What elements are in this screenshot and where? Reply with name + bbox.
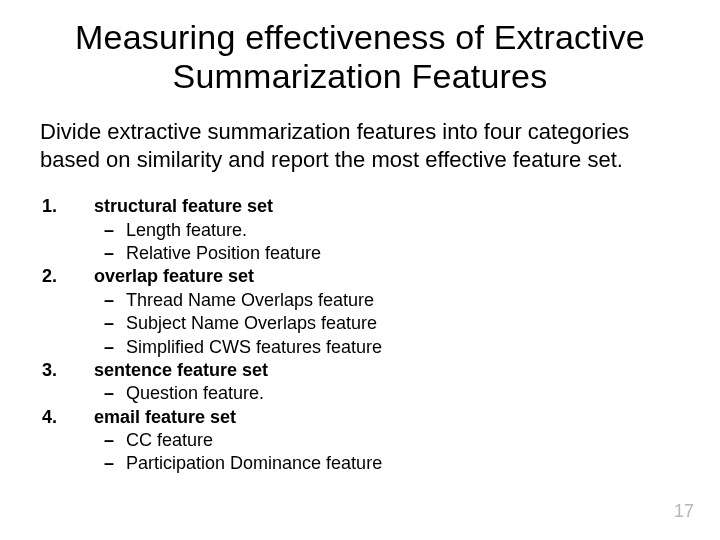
page-number: 17 — [674, 501, 694, 522]
list-item: Length feature. — [104, 219, 680, 242]
list-item: Relative Position feature — [104, 242, 680, 265]
list-item: email feature set CC feature Participati… — [40, 406, 680, 476]
slide: Measuring effectiveness of Extractive Su… — [0, 0, 720, 540]
list-item: CC feature — [104, 429, 680, 452]
category-name: email feature set — [94, 407, 236, 427]
list-item: Participation Dominance feature — [104, 452, 680, 475]
list-item: structural feature set Length feature. R… — [40, 195, 680, 265]
list-item: Thread Name Overlaps feature — [104, 289, 680, 312]
list-item: sentence feature set Question feature. — [40, 359, 680, 406]
list-item: Subject Name Overlaps feature — [104, 312, 680, 335]
category-name: structural feature set — [94, 196, 273, 216]
intro-paragraph: Divide extractive summarization features… — [40, 118, 680, 173]
sub-list: CC feature Participation Dominance featu… — [104, 429, 680, 476]
sub-list: Length feature. Relative Position featur… — [104, 219, 680, 266]
list-item: overlap feature set Thread Name Overlaps… — [40, 265, 680, 359]
category-name: overlap feature set — [94, 266, 254, 286]
slide-title: Measuring effectiveness of Extractive Su… — [50, 18, 670, 96]
list-item: Question feature. — [104, 382, 680, 405]
list-item: Simplified CWS features feature — [104, 336, 680, 359]
category-name: sentence feature set — [94, 360, 268, 380]
sub-list: Question feature. — [104, 382, 680, 405]
category-list: structural feature set Length feature. R… — [40, 195, 680, 476]
sub-list: Thread Name Overlaps feature Subject Nam… — [104, 289, 680, 359]
